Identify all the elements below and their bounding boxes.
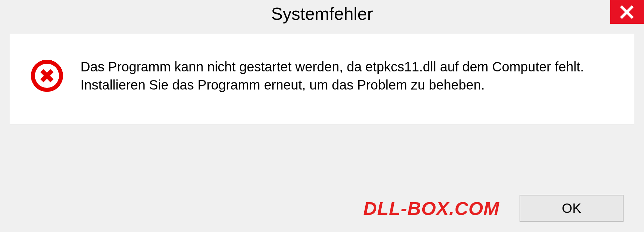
close-icon (620, 5, 634, 19)
ok-button[interactable]: OK (520, 195, 624, 222)
watermark-text: DLL-BOX.COM (363, 197, 499, 219)
dialog-title: Systemfehler (271, 4, 373, 24)
close-button[interactable] (610, 0, 644, 24)
message-panel: Das Programm kann nicht gestartet werden… (10, 34, 634, 124)
titlebar: Systemfehler (0, 0, 644, 27)
error-icon (30, 59, 64, 93)
error-message: Das Programm kann nicht gestartet werden… (80, 58, 614, 94)
footer: DLL-BOX.COM OK (0, 195, 644, 222)
ok-button-label: OK (562, 201, 581, 216)
